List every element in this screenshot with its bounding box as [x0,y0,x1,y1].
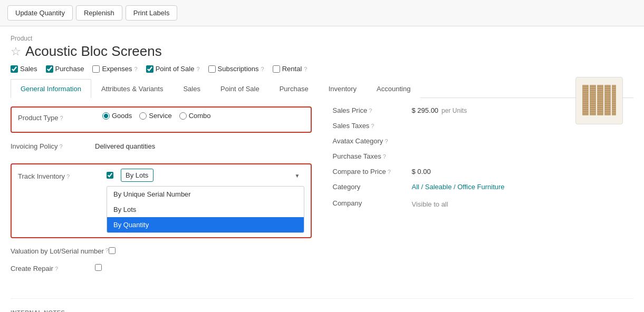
product-image[interactable] [575,77,623,124]
sales-price-amount: $ 295.00 [412,106,439,114]
service-radio[interactable] [139,112,147,120]
expenses-checkbox-item[interactable]: Expenses ? [92,65,137,73]
svg-rect-31 [598,86,603,87]
svg-rect-54 [605,103,610,104]
tab-attributes-variants[interactable]: Attributes & Variants [91,79,174,98]
category-link[interactable]: All / Saleable / Office Furniture [412,183,505,191]
purchase-label: Purchase [55,65,84,73]
by-lots-option[interactable]: By Lots [107,202,304,217]
company-value: Visible to all [412,198,448,208]
svg-rect-9 [583,103,588,104]
rental-checkbox[interactable] [273,65,280,73]
goods-radio[interactable] [102,112,110,120]
svg-rect-44 [598,113,603,114]
svg-rect-37 [598,99,603,100]
product-title: Acoustic Bloc Screens [25,43,162,60]
sales-taxes-label: Sales Taxes ? [333,122,412,130]
tab-purchase[interactable]: Purchase [270,79,319,98]
create-repair-help-icon[interactable]: ? [55,266,58,272]
rental-checkbox-item[interactable]: Rental ? [273,65,307,73]
svg-rect-52 [605,99,610,100]
product-label: Product [11,35,633,42]
notes-divider [11,298,633,299]
invoicing-policy-help-icon[interactable]: ? [60,143,63,150]
tab-inventory[interactable]: Inventory [319,79,367,98]
update-quantity-button[interactable]: Update Quantity [7,5,73,21]
create-repair-checkbox[interactable] [95,264,102,271]
svg-rect-30 [597,85,603,115]
track-inventory-select[interactable]: By Lots [121,169,153,182]
svg-rect-60 [612,85,616,115]
tab-accounting[interactable]: Accounting [367,79,420,98]
svg-rect-34 [598,92,603,93]
svg-rect-33 [598,90,603,91]
svg-rect-38 [598,101,603,102]
service-radio-item[interactable]: Service [139,112,171,120]
combo-radio[interactable] [179,112,187,120]
category-label: Category [333,183,412,191]
svg-rect-25 [590,105,595,106]
rental-label: Rental [282,65,302,73]
svg-rect-16 [590,86,595,87]
tab-general-information[interactable]: General Information [11,79,91,98]
expenses-checkbox[interactable] [92,65,100,73]
by-quantity-option[interactable]: By Quantity [107,217,304,232]
purchase-checkbox-item[interactable]: Purchase [46,65,84,73]
rental-help-icon[interactable]: ? [304,66,307,72]
subscriptions-checkbox[interactable] [208,65,216,73]
goods-radio-item[interactable]: Goods [102,112,132,120]
expenses-help-icon[interactable]: ? [134,66,138,72]
svg-rect-45 [604,85,611,115]
subscriptions-help-icon[interactable]: ? [261,66,264,72]
by-unique-serial-option[interactable]: By Unique Serial Number [107,187,304,202]
svg-rect-67 [612,99,616,100]
svg-rect-23 [590,101,595,102]
svg-rect-18 [590,90,595,91]
tab-point-of-sale[interactable]: Point of Sale [210,79,270,98]
product-type-help-icon[interactable]: ? [60,115,63,121]
favorite-star-icon[interactable]: ☆ [11,45,21,58]
track-inventory-help-icon[interactable]: ? [66,173,70,180]
point-of-sale-help-icon[interactable]: ? [196,66,199,72]
svg-rect-46 [605,86,610,87]
track-inventory-checkbox[interactable] [107,172,113,179]
svg-rect-36 [598,96,603,97]
compare-to-price-label: Compare to Price ? [333,168,412,175]
form-left: Product Type ? Goods Service [11,106,312,286]
purchase-checkbox[interactable] [46,65,53,73]
svg-rect-20 [590,94,595,95]
svg-rect-72 [612,109,616,110]
subscriptions-checkbox-item[interactable]: Subscriptions ? [208,65,264,73]
track-inventory-section: Track Inventory ? By Lots By Unique Seri… [11,163,312,238]
point-of-sale-checkbox-item[interactable]: Point of Sale ? [146,65,200,73]
sales-price-per: per Units [441,107,467,114]
compare-to-price-row: Compare to Price ? $ 0.00 [333,168,634,175]
expenses-label: Expenses [102,65,132,73]
sales-price-help-icon[interactable]: ? [369,108,372,114]
product-header-section: Product ☆ Acoustic Bloc Screens [11,35,633,98]
track-inventory-select-wrapper: By Lots [121,169,304,182]
product-title-row: ☆ Acoustic Bloc Screens [11,43,633,60]
svg-rect-64 [612,92,616,93]
point-of-sale-checkbox[interactable] [146,65,153,73]
svg-rect-22 [590,99,595,100]
svg-rect-24 [590,103,595,104]
avatax-category-help-icon[interactable]: ? [385,138,388,144]
svg-rect-63 [612,90,616,91]
sales-checkbox[interactable] [11,65,18,73]
combo-radio-item[interactable]: Combo [179,112,211,120]
compare-to-price-help-icon[interactable]: ? [388,169,391,175]
sales-checkbox-item[interactable]: Sales [11,65,37,73]
print-labels-button[interactable]: Print Labels [126,5,178,21]
avatax-category-label: Avatax Category ? [333,137,412,145]
track-inventory-label: Track Inventory ? [18,170,102,180]
sales-taxes-help-icon[interactable]: ? [371,123,374,129]
purchase-taxes-help-icon[interactable]: ? [383,153,386,160]
tab-sales[interactable]: Sales [173,79,210,98]
replenish-button[interactable]: Replenish [76,5,122,21]
valuation-checkbox[interactable] [109,247,116,254]
purchase-taxes-row: Purchase Taxes ? [333,152,634,160]
svg-rect-42 [598,109,603,110]
svg-rect-15 [590,85,596,115]
svg-rect-12 [583,109,588,110]
